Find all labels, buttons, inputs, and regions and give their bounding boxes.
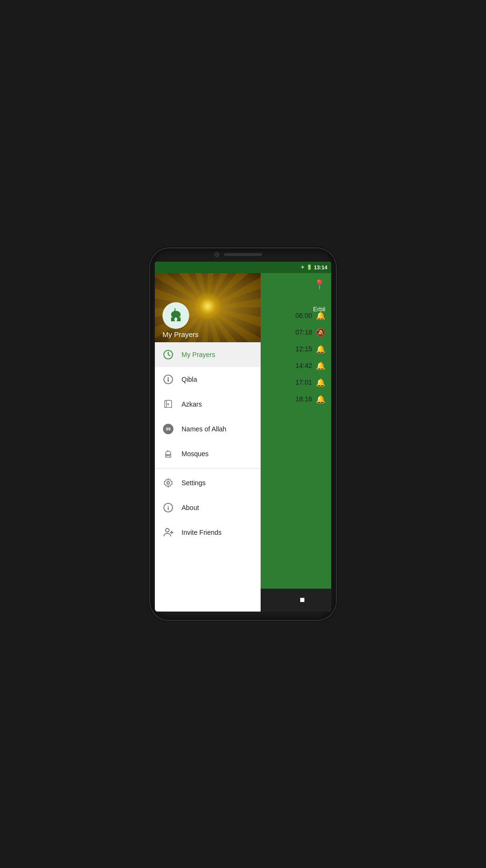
status-time: 13:14	[314, 265, 327, 270]
sidebar-item-azkars[interactable]: Azkars	[155, 392, 261, 417]
svg-point-5	[174, 308, 176, 309]
status-icons: ✈ 🔋 13:14	[301, 265, 327, 270]
prayer-time-row: 17:01 🔔	[255, 374, 331, 391]
nav-drawer: My Prayers My Prayers	[155, 273, 261, 612]
phone-screen: ✈ 🔋 13:14 📍 Erbil 06:00 🔔 07:18 �	[155, 262, 331, 612]
sidebar-item-label-azkars: Azkars	[182, 400, 202, 408]
battery-icon: 🔋	[306, 265, 312, 270]
sidebar-item-label-settings: Settings	[182, 479, 206, 487]
bell-icon-5[interactable]: 🔔	[316, 378, 325, 387]
gear-icon	[162, 477, 174, 489]
book-icon	[162, 398, 174, 410]
drawer-header-glow	[193, 292, 222, 320]
recents-icon: ■	[300, 595, 305, 605]
mosque-logo-icon	[166, 306, 185, 325]
sidebar-item-label-my-prayers: My Prayers	[182, 351, 215, 358]
svg-marker-15	[167, 449, 168, 450]
mosque-icon	[162, 448, 174, 460]
sidebar-item-label-names-of-allah: Names of Allah	[182, 425, 226, 433]
prayer-time-row: 14:42 🔔	[255, 357, 331, 374]
drawer-logo	[162, 302, 189, 329]
sidebar-item-my-prayers[interactable]: My Prayers	[155, 342, 261, 367]
svg-point-11	[167, 403, 169, 405]
sidebar-item-invite-friends[interactable]: Invite Friends	[155, 520, 261, 545]
prayer-time-5: 17:01	[295, 378, 312, 386]
bell-icon-2[interactable]: 🔕	[316, 328, 325, 337]
svg-point-21	[168, 505, 169, 506]
info-icon	[162, 502, 174, 513]
prayer-time-2: 07:18	[295, 328, 312, 336]
status-bar: ✈ 🔋 13:14	[155, 262, 331, 273]
prayer-time-1: 06:00	[295, 312, 312, 319]
prayer-time-3: 12:15	[295, 345, 312, 353]
drawer-divider	[155, 468, 261, 469]
svg-rect-1	[174, 310, 175, 312]
sidebar-item-qibla[interactable]: Qibla	[155, 367, 261, 392]
compass-icon	[162, 374, 174, 385]
drawer-header: My Prayers	[155, 273, 261, 342]
bell-icon-6[interactable]: 🔔	[316, 395, 325, 404]
badge-99-circle: 99	[163, 424, 173, 434]
phone-camera	[214, 252, 219, 257]
badge-99-icon: 99	[162, 423, 174, 435]
prayer-time-6: 18:16	[295, 395, 312, 403]
svg-marker-8	[167, 376, 169, 379]
drawer-app-title: My Prayers	[162, 330, 199, 338]
clock-icon	[162, 349, 174, 360]
sidebar-item-label-mosques: Mosques	[182, 450, 209, 458]
person-add-icon	[162, 527, 174, 538]
sidebar-item-settings[interactable]: Settings	[155, 470, 261, 495]
sidebar-item-label-invite-friends: Invite Friends	[182, 529, 222, 536]
sidebar-item-label-about: About	[182, 504, 199, 511]
svg-point-0	[171, 311, 181, 318]
prayer-time-row: 06:00 🔔	[255, 307, 331, 324]
svg-point-4	[174, 317, 177, 321]
drawer-menu: My Prayers Qibla	[155, 342, 261, 612]
svg-point-18	[167, 481, 170, 484]
prayer-time-row: 07:18 🔕	[255, 324, 331, 341]
svg-marker-9	[167, 379, 169, 382]
sidebar-item-label-qibla: Qibla	[182, 376, 197, 383]
svg-point-22	[166, 528, 169, 531]
sidebar-item-mosques[interactable]: Mosques	[155, 441, 261, 466]
sidebar-item-about[interactable]: About	[155, 495, 261, 520]
bell-icon-3[interactable]: 🔔	[316, 345, 325, 354]
airplane-icon: ✈	[301, 265, 304, 270]
prayer-time-4: 14:42	[295, 362, 312, 369]
location-icon[interactable]: 📍	[314, 279, 325, 290]
recents-button[interactable]: ■	[300, 595, 305, 605]
svg-point-7	[164, 375, 172, 383]
prayer-time-row: 12:15 🔔	[255, 341, 331, 357]
bell-icon-4[interactable]: 🔔	[316, 361, 325, 370]
prayer-time-row: 18:16 🔔	[255, 391, 331, 408]
prayer-times-bg: 06:00 🔔 07:18 🔕 12:15 🔔 14:42 🔔 17:01	[255, 307, 331, 408]
sidebar-item-names-of-allah[interactable]: 99 Names of Allah	[155, 417, 261, 441]
bell-icon-1[interactable]: 🔔	[316, 311, 325, 320]
phone-frame: ✈ 🔋 13:14 📍 Erbil 06:00 🔔 07:18 �	[150, 248, 336, 620]
phone-speaker	[224, 253, 262, 256]
